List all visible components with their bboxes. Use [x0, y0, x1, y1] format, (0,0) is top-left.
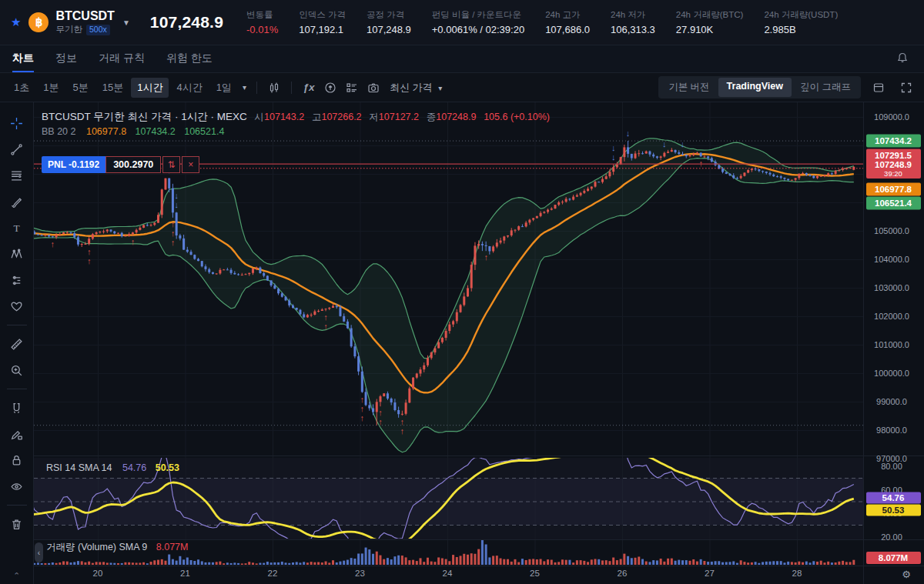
svg-text:T: T [13, 222, 19, 233]
svg-text:↑: ↑ [360, 413, 365, 422]
view-basic[interactable]: 기본 버전 [660, 78, 718, 97]
tool-brush-icon[interactable] [5, 190, 28, 213]
stat-24h-volume-usdt: 24h 거래량(USDT) 2.985B [764, 9, 838, 35]
view-depth[interactable]: 깊이 그래프 [792, 78, 859, 97]
timeframe-1d[interactable]: 1일 [210, 78, 238, 98]
svg-text:↑: ↑ [484, 252, 488, 262]
tab-trading-rules[interactable]: 거래 규칙 [99, 45, 145, 72]
svg-text:↑: ↑ [400, 426, 405, 435]
tool-magnet-icon[interactable] [5, 396, 28, 419]
svg-text:↑: ↑ [51, 239, 55, 249]
svg-text:26: 26 [618, 569, 628, 578]
svg-text:↓: ↓ [626, 128, 631, 138]
price-mode-dropdown[interactable]: 최신 가격 ▾ [390, 81, 445, 95]
rsi-legend: RSI 14 SMA 14 54.76 50.53 [46, 462, 179, 473]
svg-text:27: 27 [705, 569, 715, 578]
svg-text:↓: ↓ [611, 143, 616, 152]
tool-lock-all-icon[interactable] [5, 449, 28, 472]
fullscreen-icon[interactable] [896, 78, 916, 98]
drawbar-divider [7, 505, 27, 506]
tool-zoom-in-icon[interactable] [5, 359, 28, 382]
price-chart[interactable]: ↑↑↑↑↑↑↑↑↑↑↑↑↑↑↑↑↑↑↓↓↓↓↓↓↓↓109000.0105000… [34, 102, 924, 584]
tool-crosshair-icon[interactable] [5, 112, 28, 135]
svg-text:20: 20 [93, 569, 103, 578]
timeframe-15m[interactable]: 15분 [96, 78, 129, 98]
svg-text:54.76: 54.76 [882, 493, 905, 502]
timeframe-5m[interactable]: 5분 [66, 78, 94, 98]
favorite-star-icon[interactable]: ★ [11, 15, 21, 29]
tool-text-icon[interactable]: T [5, 216, 28, 239]
svg-text:↑: ↑ [378, 417, 383, 426]
alert-icon[interactable] [320, 78, 340, 98]
svg-text:↑: ↑ [698, 159, 703, 168]
notification-bell-icon[interactable] [896, 52, 909, 64]
svg-text:50.53: 50.53 [882, 506, 905, 515]
svg-text:↓: ↓ [681, 139, 685, 149]
tool-xabcd-pattern-icon[interactable] [5, 242, 28, 265]
rsi-sma-value: 50.53 [156, 462, 179, 473]
ohlc-open: 107143.2 [264, 112, 304, 122]
svg-text:↓: ↓ [174, 200, 179, 209]
tool-ruler-icon[interactable] [5, 332, 28, 355]
indicators-fx-icon[interactable]: ƒx [299, 78, 319, 98]
tool-long-position-icon[interactable] [5, 269, 28, 292]
tab-risk-limit[interactable]: 위험 한도 [166, 45, 213, 72]
stat-funding-countdown: 펀딩 비율 / 카운트다운 +0.0061% / 02:39:20 [432, 9, 524, 35]
stat-24h-high: 24h 고가 107,686.0 [545, 9, 590, 35]
view-tradingview[interactable]: TradingView [718, 78, 792, 97]
layout-grid-icon[interactable] [342, 78, 362, 98]
close-position-icon[interactable]: × [182, 156, 199, 173]
timeframe-4h[interactable]: 4시간 [170, 78, 208, 98]
svg-text:↑: ↑ [87, 256, 92, 265]
bb-legend: BB 20 2 106977.8 107434.2 106521.4 [42, 126, 224, 137]
drawbar-divider [7, 325, 27, 325]
ohlc-low: 107127.2 [379, 112, 419, 122]
chart-legend: BTCUSDT 무기한 최신 가격 · 1시간 · MEXC 시107143.2… [42, 110, 550, 124]
price-mode-caret-icon: ▾ [438, 84, 442, 92]
chart-view-switch: 기본 버전 TradingView 깊이 그래프 [658, 76, 861, 98]
tab-info[interactable]: 정보 [55, 45, 77, 72]
toolbar-separator [291, 82, 292, 94]
pane-collapse-chevron-icon[interactable]: ‹ [35, 542, 43, 562]
svg-text:106977.8: 106977.8 [875, 185, 912, 194]
tool-hide-drawings-icon[interactable] [5, 475, 28, 498]
timeframe-1m[interactable]: 1분 [37, 78, 65, 98]
stat-fair-price: 공정 가격 107,248.9 [367, 9, 411, 35]
timeframe-dropdown-caret-icon[interactable]: ▾ [243, 83, 246, 92]
chart-legend-title: BTCUSDT 무기한 최신 가격 · 1시간 · MEXC [42, 111, 247, 122]
svg-text:23: 23 [355, 569, 365, 578]
svg-text:↑: ↑ [360, 395, 365, 404]
reverse-position-icon[interactable]: ⇅ [162, 156, 180, 173]
svg-text:↑: ↑ [400, 417, 405, 426]
contract-type: 무기한 [55, 25, 82, 35]
last-price: 107,248.9 [150, 13, 223, 32]
svg-text:24: 24 [443, 569, 453, 578]
stat-index-price: 인덱스 가격 107,192.1 [299, 9, 346, 35]
symbol-block[interactable]: BTCUSDT 무기한 500x [55, 9, 114, 35]
bb-upper-value: 107434.2 [136, 126, 176, 137]
volume-legend: 거래량 (Volume) SMA 9 8.077M [46, 541, 188, 554]
timeframe-1h[interactable]: 1시간 [131, 78, 169, 98]
tab-chart[interactable]: 차트 [12, 45, 34, 72]
tab-bar: 차트 정보 거래 규칙 위험 한도 [0, 45, 924, 73]
drawbar-collapse-chevron-icon[interactable]: ⌃ [13, 571, 20, 581]
svg-text:104000.0: 104000.0 [874, 255, 909, 264]
panel-layout-icon[interactable] [869, 78, 889, 98]
header-stats: 변동률 -0.01% 인덱스 가격 107,192.1 공정 가격 107,24… [246, 9, 838, 35]
tool-favorites-heart-icon[interactable] [5, 295, 28, 318]
svg-text:8.077M: 8.077M [879, 553, 908, 562]
camera-icon[interactable] [363, 78, 383, 98]
svg-text:↑: ↑ [323, 312, 328, 322]
ohlc-high: 107266.2 [321, 112, 361, 122]
tool-drawing-lock-icon[interactable] [5, 422, 28, 446]
tool-trend-line-icon[interactable] [5, 138, 28, 161]
chart-canvas[interactable]: ↑↑↑↑↑↑↑↑↑↑↑↑↑↑↑↑↑↑↓↓↓↓↓↓↓↓109000.0105000… [34, 102, 924, 584]
symbol-dropdown-caret-icon[interactable]: ▼ [122, 18, 130, 27]
timeframe-1s[interactable]: 1초 [8, 78, 35, 98]
rsi-value: 54.76 [122, 462, 146, 473]
bb-mid-value: 106977.8 [86, 126, 126, 137]
tool-delete-drawings-icon[interactable] [5, 512, 28, 536]
ohlc-change: 105.6 (+0.10%) [484, 112, 550, 122]
tool-fib-retracement-icon[interactable] [5, 164, 28, 187]
candle-style-icon[interactable] [264, 78, 284, 98]
